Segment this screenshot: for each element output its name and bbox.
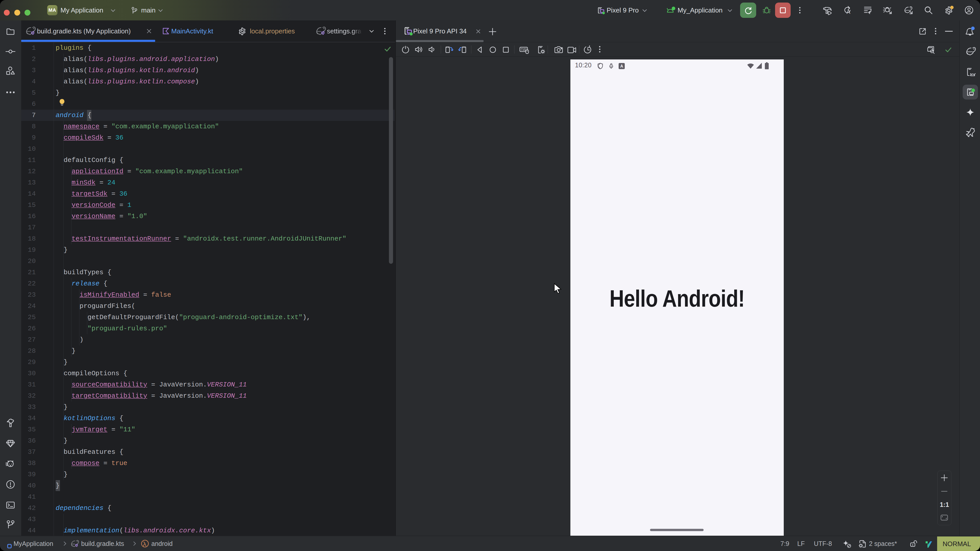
svg-text:A: A bbox=[846, 9, 850, 15]
svg-text:A: A bbox=[620, 64, 623, 68]
